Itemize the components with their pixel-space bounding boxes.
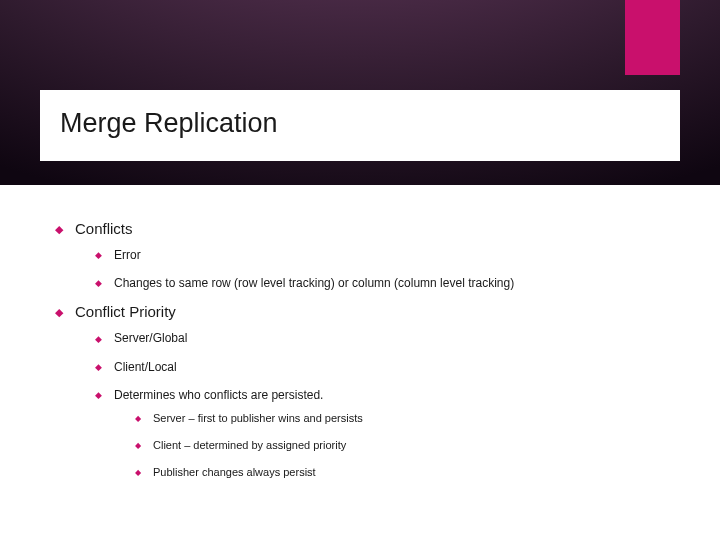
title-card: Merge Replication — [40, 90, 680, 161]
bullet-text: Error — [114, 247, 680, 263]
accent-block — [625, 0, 680, 75]
diamond-bullet-icon: ◆ — [135, 413, 141, 424]
list-item: ◆ Server – first to publisher wins and p… — [135, 411, 680, 426]
slide-title: Merge Replication — [60, 108, 660, 139]
diamond-bullet-icon: ◆ — [55, 306, 63, 319]
bullet-text: Publisher changes always persist — [153, 465, 680, 480]
list-item: ◆ Conflict Priority ◆ Server/Global ◆ Cl… — [55, 303, 680, 479]
list-item: ◆ Client/Local — [95, 359, 680, 375]
diamond-bullet-icon: ◆ — [95, 249, 102, 261]
diamond-bullet-icon: ◆ — [95, 277, 102, 289]
diamond-bullet-icon: ◆ — [135, 440, 141, 451]
bullet-text: Client/Local — [114, 359, 680, 375]
list-item: ◆ Conflicts ◆ Error ◆ Changes to same ro… — [55, 220, 680, 291]
diamond-bullet-icon: ◆ — [55, 223, 63, 236]
bullet-text: Conflicts — [75, 220, 680, 237]
list-item: ◆ Error — [95, 247, 680, 263]
list-item: ◆ Changes to same row (row level trackin… — [95, 275, 680, 291]
slide-content: ◆ Conflicts ◆ Error ◆ Changes to same ro… — [55, 220, 680, 491]
bullet-text: Server/Global — [114, 330, 680, 346]
list-item: ◆ Determines who conflicts are persisted… — [95, 387, 680, 403]
list-item: ◆ Server/Global — [95, 330, 680, 346]
diamond-bullet-icon: ◆ — [95, 333, 102, 345]
bullet-text: Changes to same row (row level tracking)… — [114, 275, 680, 291]
bullet-text: Conflict Priority — [75, 303, 680, 320]
list-item: ◆ Publisher changes always persist — [135, 465, 680, 480]
diamond-bullet-icon: ◆ — [135, 467, 141, 478]
list-item: ◆ Client – determined by assigned priori… — [135, 438, 680, 453]
diamond-bullet-icon: ◆ — [95, 361, 102, 373]
bullet-text: Client – determined by assigned priority — [153, 438, 680, 453]
diamond-bullet-icon: ◆ — [95, 389, 102, 401]
bullet-text: Determines who conflicts are persisted. — [114, 387, 680, 403]
bullet-text: Server – first to publisher wins and per… — [153, 411, 680, 426]
